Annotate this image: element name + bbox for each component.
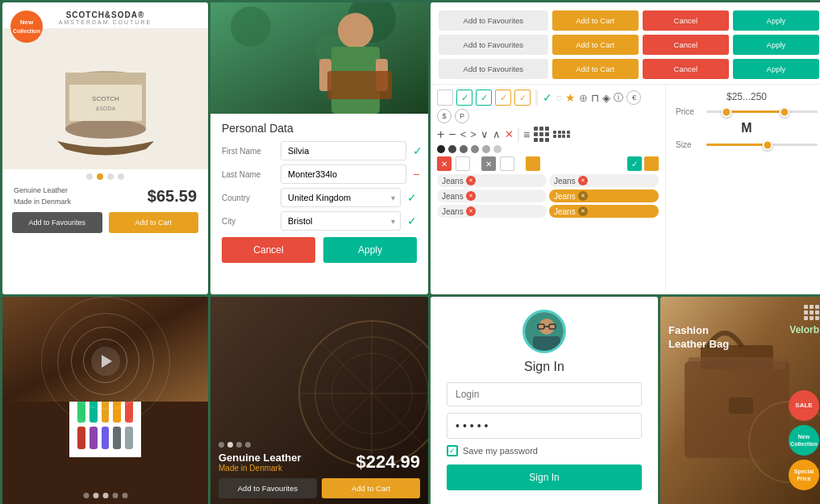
fn-check-icon: ✓ <box>413 144 422 157</box>
cb-check-teal[interactable]: ✓ <box>456 90 472 106</box>
palette-swatch-9[interactable] <box>125 427 133 449</box>
pdot-3[interactable] <box>107 173 114 180</box>
price-track[interactable] <box>706 110 818 113</box>
product-actions-main: Add to Favourites Add to Cart <box>2 212 208 243</box>
main-fav-button[interactable]: Add to Favourites <box>12 212 102 233</box>
m-fav-3[interactable]: Add to Favourites <box>439 59 548 79</box>
m-apply-2[interactable]: Apply <box>733 35 819 55</box>
orange-swatch-cb2[interactable] <box>644 156 659 171</box>
main-btn-row-1: Add to Favourites Add to Cart Cancel App… <box>439 10 819 31</box>
gt-icon: > <box>470 128 477 140</box>
size-track[interactable] <box>706 144 818 146</box>
empty-cb-2[interactable] <box>500 156 514 171</box>
gdot-4[interactable] <box>471 145 479 153</box>
mnav-5[interactable] <box>122 493 127 498</box>
tag-x-4[interactable]: ✕ <box>578 191 588 201</box>
pdot-4[interactable] <box>118 173 124 180</box>
icons-row-main-1: ✓ ✓ ✓ ✓ ✓ ○ ★ ⊕ ⊓ ◈ ⓘ € $ P <box>437 90 659 123</box>
special-price-badge: SpecialPrice <box>789 460 819 490</box>
cb-check-orange[interactable]: ✓ <box>495 90 511 106</box>
product-price-main: $65.59 <box>148 187 197 206</box>
city-select-main[interactable]: Bristol London <box>281 211 401 231</box>
dark-fav-btn[interactable]: Add to Favourites <box>219 478 317 498</box>
fn-label: First Name <box>222 147 274 156</box>
ln-input[interactable] <box>281 165 406 184</box>
m-cart-3[interactable]: Add to Cart <box>552 59 639 79</box>
empty-cb-1[interactable] <box>456 156 470 171</box>
gdot-2[interactable] <box>448 145 456 153</box>
mnav-4[interactable] <box>112 493 118 498</box>
country-select-main[interactable]: United Kingdom France <box>281 188 401 207</box>
m-cart-2[interactable]: Add to Cart <box>552 35 639 55</box>
main-btn-row-3: Add to Favourites Add to Cart Cancel App… <box>439 59 819 79</box>
plus-main-icon[interactable]: + <box>437 127 444 142</box>
grey-x-checkbox[interactable]: ✕ <box>481 156 496 171</box>
m-apply-3[interactable]: Apply <box>733 59 819 79</box>
red-x-checkbox[interactable]: ✕ <box>437 156 452 171</box>
teal-check-cb[interactable]: ✓ <box>627 156 642 171</box>
form-apply-button[interactable]: Apply <box>323 237 417 263</box>
gdot-1[interactable] <box>437 145 445 153</box>
cb-empty-1[interactable] <box>437 90 453 106</box>
dn-3[interactable] <box>236 442 242 448</box>
tag-x-3[interactable]: ✕ <box>466 191 476 201</box>
pdot-1[interactable] <box>86 173 93 180</box>
new-badge-main: NewCollection <box>10 10 43 43</box>
dn-4[interactable] <box>245 442 251 448</box>
gdot-3[interactable] <box>460 145 468 153</box>
signin-submit-button[interactable]: Sign In <box>447 464 642 490</box>
lastname-field-row: Last Name − <box>222 165 417 184</box>
tag-x-2[interactable]: ✕ <box>578 176 588 185</box>
fn-input[interactable] <box>281 141 406 160</box>
price-slider-main: Price <box>676 107 818 116</box>
tag-x-5[interactable]: ✕ <box>466 206 476 216</box>
palette-swatch-6[interactable] <box>89 427 98 449</box>
magnify-icon[interactable]: ⊕ <box>579 92 588 104</box>
palette-swatch-5[interactable] <box>77 427 85 449</box>
price-range-display: $25...250 <box>676 91 818 102</box>
m-cancel-3[interactable]: Cancel <box>643 59 729 79</box>
hamburger-icon[interactable]: ≡ <box>523 128 530 141</box>
city-check-icon: ✓ <box>407 215 417 227</box>
tag-x-1[interactable]: ✕ <box>466 176 476 185</box>
pdot-2[interactable] <box>97 173 103 180</box>
dark-cart-btn[interactable]: Add to Cart <box>322 478 420 498</box>
cb-check-teal-2[interactable]: ✓ <box>476 90 492 106</box>
gradient-dots-row <box>437 145 659 153</box>
save-pwd-checkbox[interactable]: ✓ <box>447 445 458 456</box>
gdot-6[interactable] <box>493 145 502 153</box>
m-fav-1[interactable]: Add to Favourites <box>439 10 548 31</box>
m-cancel-2[interactable]: Cancel <box>643 35 729 55</box>
palette-swatch-8[interactable] <box>113 427 121 449</box>
m-cart-1[interactable]: Add to Cart <box>552 10 639 31</box>
orange-swatch-cb[interactable] <box>526 156 540 171</box>
main-cart-button[interactable]: Add to Cart <box>109 212 199 233</box>
minus-main-icon[interactable]: − <box>448 127 456 142</box>
m-apply-1[interactable]: Apply <box>733 10 819 31</box>
price-thumb-left[interactable] <box>721 106 731 117</box>
palette-swatch-7[interactable] <box>102 427 110 449</box>
save-pwd-label: Save my password <box>463 446 538 456</box>
dn-1[interactable] <box>219 442 224 448</box>
mnav-2[interactable] <box>93 493 98 498</box>
dn-2[interactable] <box>227 442 233 448</box>
grid4x4-icon[interactable] <box>553 131 570 139</box>
cb-check-orange-2[interactable]: ✓ <box>514 90 531 106</box>
form-content: Personal Data First Name ✓ Last Name − C… <box>210 114 428 271</box>
tags-grid: Jeans ✕ Jeans ✕ Jeans ✕ Jeans ✕ <box>437 174 659 218</box>
mnav-1[interactable] <box>83 493 89 498</box>
form-cancel-button[interactable]: Cancel <box>222 237 315 263</box>
handbag-icon[interactable]: ⊓ <box>591 92 599 104</box>
euro-circle-icon: € <box>626 90 641 105</box>
m-cancel-1[interactable]: Cancel <box>643 10 729 31</box>
size-slider-main: Size <box>676 140 818 149</box>
gdot-5[interactable] <box>482 145 490 153</box>
price-thumb-right[interactable] <box>779 106 789 117</box>
tag-x-6[interactable]: ✕ <box>578 206 588 216</box>
login-field[interactable] <box>447 382 642 406</box>
m-fav-2[interactable]: Add to Favourites <box>439 35 548 55</box>
password-field[interactable] <box>447 413 642 439</box>
grid3x3-icon[interactable] <box>534 127 549 142</box>
mnav-3[interactable] <box>102 493 108 498</box>
size-thumb[interactable] <box>762 140 772 150</box>
